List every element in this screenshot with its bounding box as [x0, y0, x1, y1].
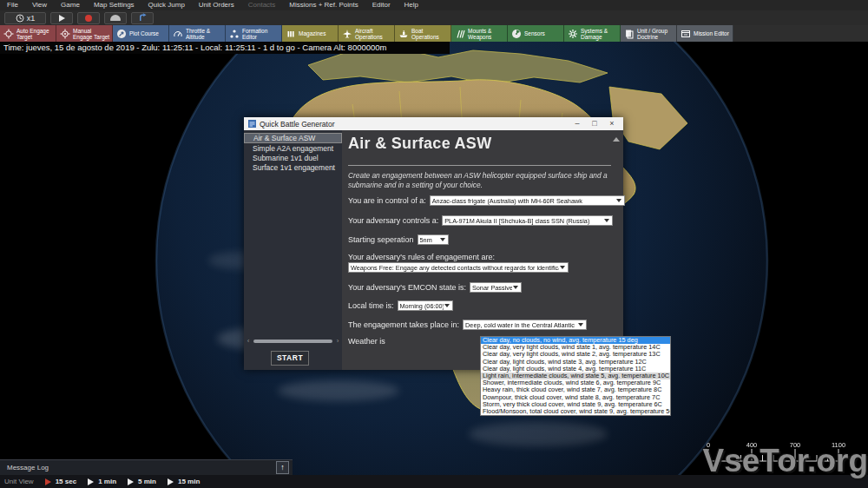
scroll-right-icon[interactable]: › [334, 338, 341, 345]
record-icon [85, 15, 92, 22]
manual-engage-target-button[interactable]: Manual Engage Target [56, 25, 113, 42]
plot-course-button[interactable]: Plot Course [113, 25, 169, 42]
menu-map-settings[interactable]: Map Settings [87, 0, 141, 10]
weather-option[interactable]: Clear day, light clouds, wind state 4, a… [481, 366, 670, 373]
sidebar-item-surface-engagement[interactable]: Surface 1v1 engagement [244, 163, 342, 172]
minimize-button[interactable]: – [570, 117, 584, 130]
weather-option[interactable]: Clear day, light clouds, wind state 3, a… [481, 359, 670, 366]
toolbar-button-label: Magazines [299, 30, 326, 36]
field-control-of: You are in control of a: Anzac-class fri… [348, 195, 625, 206]
menu-quick-jump[interactable]: Quick Jump [141, 0, 192, 10]
adversary-select[interactable]: PLA-971M Akula II [Shchuka-B] class SSN … [442, 215, 613, 226]
formation-editor-button[interactable]: Formation Editor [226, 25, 282, 42]
speed-15sec-button[interactable]: 15 sec [45, 478, 76, 485]
unit-view-label: Unit View [4, 478, 34, 485]
select-value: Anzac-class frigate (Australia) with MH-… [431, 197, 615, 205]
scrollbar-thumb[interactable] [253, 340, 332, 343]
roe-select[interactable]: Weapons Free: Engage any detected contac… [348, 262, 569, 273]
weather-option-hovered[interactable]: Light rain, intermediate clouds, wind st… [481, 373, 670, 379]
menu-help[interactable]: Help [398, 0, 425, 10]
sidebar-item-simple-a2a[interactable]: Simple A2A engagement [244, 144, 342, 153]
mounts-weapons-button[interactable]: Mounts & Weapons [451, 25, 508, 42]
play-icon [168, 478, 174, 485]
dialog-title-bar[interactable]: Quick Battle Generator – □ × [244, 117, 623, 130]
menu-bar: File View Game Map Settings Quick Jump U… [0, 0, 868, 10]
speed-1min-button[interactable]: 1 min [88, 478, 116, 485]
control-of-select[interactable]: Anzac-class frigate (Australia) with MH-… [430, 195, 625, 206]
menu-game[interactable]: Game [54, 0, 87, 10]
separation-select[interactable]: 5nm [418, 234, 449, 245]
chevron-down-icon [616, 199, 621, 202]
heading-divider [348, 165, 611, 166]
dialog-title: Quick Battle Generator [260, 120, 567, 129]
unit-group-doctrine-button[interactable]: Unit / Group Doctrine [621, 25, 677, 42]
menu-missions-ref-points[interactable]: Missions + Ref. Points [282, 0, 365, 10]
boat-operations-icon [398, 29, 409, 39]
menu-editor[interactable]: Editor [365, 0, 398, 10]
quick-battle-generator-dialog: Quick Battle Generator – □ × Air & Surfa… [244, 117, 623, 370]
maximize-button[interactable]: □ [588, 117, 602, 130]
play-button[interactable] [50, 12, 73, 24]
speed-label: 1 min [98, 478, 116, 485]
field-emcon: Your adversary's EMCON state is: Sonar P… [348, 282, 522, 293]
record-button[interactable] [77, 12, 100, 24]
weather-option[interactable]: Clear day, very light clouds, wind state… [481, 344, 670, 351]
speed-15min-button[interactable]: 15 min [168, 478, 200, 485]
scroll-up-icon[interactable] [613, 137, 620, 142]
play-icon [59, 15, 65, 22]
magazines-button[interactable]: Magazines [282, 25, 339, 42]
weather-option[interactable]: Clear day, very light clouds, wind state… [481, 351, 670, 358]
weather-option[interactable]: Storm, very thick cloud cover, wind stat… [481, 401, 670, 408]
menu-file[interactable]: File [0, 0, 25, 10]
speed-5min-button[interactable]: 5 min [128, 478, 156, 485]
aircraft-operations-button[interactable]: Aircraft Operations [339, 25, 395, 42]
location-select[interactable]: Deep, cold water in the Central Atlantic [463, 320, 587, 330]
start-button[interactable]: START [271, 351, 309, 366]
field-label: Your adversary controls a: [348, 216, 438, 225]
sensors-button[interactable]: Sensors [508, 25, 564, 42]
toolbar-button-label: Unit / Group Doctrine [637, 28, 674, 40]
expand-log-button[interactable]: ↑ [276, 461, 289, 474]
weather-option-selected[interactable]: Clear day, no clouds, no wind, avg. temp… [481, 337, 670, 344]
play-icon [128, 478, 134, 485]
ship-silhouette-button[interactable] [104, 12, 127, 24]
play-icon [88, 478, 94, 485]
auto-engage-target-button[interactable]: Auto Engage Target [0, 25, 56, 42]
mission-editor-button[interactable]: Mission Editor [677, 25, 733, 42]
boat-operations-button[interactable]: Boat Operations [395, 25, 451, 42]
menu-view[interactable]: View [25, 0, 54, 10]
local-time-select[interactable]: Morning (06:00) [398, 300, 453, 311]
scenario-config-panel: Air & Surface ASW Create an engagement b… [342, 130, 623, 370]
weather-option[interactable]: Heavy rain, thick cloud cover, wind stat… [481, 386, 670, 393]
pointer-button[interactable] [131, 12, 154, 24]
time-status-bar: Time: jueves, 15 de agosto de 2019 - Zul… [0, 42, 450, 54]
scenario-description: Create an engagement between an ASW heli… [348, 171, 617, 189]
toolbar-button-label: Throttle & Altitude [186, 28, 223, 40]
field-location: The engagement takes place in: Deep, col… [348, 320, 587, 330]
sidebar-item-submarine-duel[interactable]: Submarine 1v1 duel [244, 154, 342, 162]
watermark: VseTor.org [702, 443, 868, 479]
speed-label: 15 sec [56, 478, 76, 485]
field-separation: Starting seperation 5nm [348, 234, 449, 245]
close-button[interactable]: × [605, 117, 619, 130]
select-value: PLA-971M Akula II [Shchuka-B] class SSN … [443, 217, 603, 225]
plot-course-icon [116, 29, 127, 39]
weather-option[interactable]: Shower, intermediate clouds, wind state … [481, 379, 670, 386]
app-window: File View Game Map Settings Quick Jump U… [0, 0, 868, 488]
app-icon [248, 120, 256, 128]
systems-damage-button[interactable]: Systems & Damage [564, 25, 621, 42]
sidebar-horizontal-scrollbar[interactable]: ‹ › [245, 338, 341, 345]
emcon-select[interactable]: Sonar Passive [470, 282, 522, 293]
weather-option[interactable]: Downpour, thick cloud cover, wind state … [481, 394, 670, 401]
toolbar-button-label: Mounts & Weapons [468, 28, 505, 40]
scroll-left-icon[interactable]: ‹ [245, 338, 252, 345]
weather-option[interactable]: Flood/Monsoon, total cloud cover, wind s… [481, 408, 670, 415]
field-roe: Weapons Free: Engage any detected contac… [348, 262, 569, 273]
time-compression-button[interactable]: x1 [4, 12, 46, 24]
throttle-altitude-button[interactable]: Throttle & Altitude [169, 25, 226, 42]
sidebar-item-air-surface-asw[interactable]: Air & Surface ASW [244, 133, 342, 143]
field-roe-label-row: Your adversary's rules of engagement are… [348, 253, 495, 261]
pointer-icon [138, 13, 148, 23]
chevron-down-icon [513, 286, 518, 289]
menu-unit-orders[interactable]: Unit Orders [192, 0, 241, 10]
